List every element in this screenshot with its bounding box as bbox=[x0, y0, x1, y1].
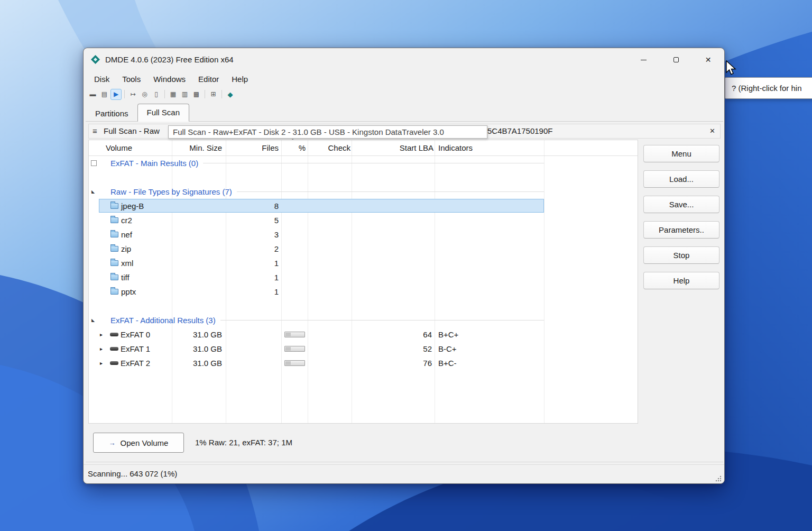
folder-icon bbox=[110, 274, 118, 280]
volume-row[interactable]: ▸ ExFAT 1 31.0 GB 52 B-C+ bbox=[89, 342, 638, 356]
indicators-value: B+C- bbox=[438, 356, 457, 370]
close-volume-icon[interactable]: ▬ bbox=[87, 89, 98, 100]
dmde-logo-icon[interactable]: ◆ bbox=[225, 89, 236, 100]
full-scan-icon[interactable]: ▶ bbox=[110, 89, 122, 100]
titlebar: DMDE 4.0.6 (2023) Free Edition x64 ✕ bbox=[84, 48, 724, 71]
open-volume-button[interactable]: → Open Volume bbox=[93, 433, 184, 453]
panel-tooltip-text: Full Scan - Raw+ExFAT - Disk 2 - 31.0 GB… bbox=[173, 127, 444, 136]
file-count: 8 bbox=[226, 199, 279, 213]
toolbar-separator bbox=[222, 90, 222, 98]
windows-cascade-icon[interactable]: ⊞ bbox=[208, 89, 219, 100]
hint-tooltip: ? (Right-click for hin bbox=[725, 77, 812, 99]
stop-button[interactable]: Stop bbox=[643, 246, 719, 264]
tab-full-scan[interactable]: Full Scan bbox=[137, 104, 190, 122]
col-start-lba[interactable]: Start LBA bbox=[353, 140, 433, 156]
volume-row[interactable]: ▸ ExFAT 0 31.0 GB 64 B+C+ bbox=[89, 327, 638, 342]
start-lba-value: 76 bbox=[380, 356, 432, 370]
col-min-size[interactable]: Min. Size bbox=[172, 140, 222, 156]
menu-windows[interactable]: Windows bbox=[147, 71, 192, 87]
toolbar-separator bbox=[164, 90, 165, 98]
file-type-row[interactable]: tiff 1 bbox=[89, 270, 638, 285]
panel-title-tooltip: Full Scan - Raw+ExFAT - Disk 2 - 31.0 GB… bbox=[168, 125, 487, 139]
panel-title-tail: 5C4B7A1750190F bbox=[487, 124, 552, 138]
check-progressbar bbox=[284, 360, 305, 366]
group-label[interactable]: ExFAT - Additional Results (3) bbox=[110, 313, 216, 327]
volume-name: ExFAT 2 bbox=[121, 356, 150, 370]
file-type-row[interactable]: pptx 1 bbox=[89, 285, 638, 299]
file-type-row[interactable]: xml 1 bbox=[89, 256, 638, 270]
indicators-value: B-C+ bbox=[438, 342, 457, 356]
folder-icon bbox=[110, 260, 118, 266]
maximize-icon bbox=[673, 57, 679, 62]
volume-row[interactable]: ▸ ExFAT 2 31.0 GB 76 B+C- bbox=[89, 356, 638, 370]
goto-offset-icon[interactable]: ↦ bbox=[127, 89, 139, 100]
expand-icon[interactable]: ▸ bbox=[100, 342, 103, 356]
close-icon: ✕ bbox=[705, 56, 712, 64]
group-divider bbox=[237, 191, 544, 192]
partitions-view-icon[interactable]: ▦ bbox=[168, 89, 179, 100]
tab-partitions[interactable]: Partitions bbox=[86, 106, 137, 121]
folder-icon bbox=[110, 203, 118, 209]
file-type-row[interactable]: nef 3 bbox=[89, 227, 638, 242]
selection-highlight bbox=[99, 199, 544, 213]
save-button[interactable]: Save... bbox=[643, 196, 719, 213]
desktop: ? (Right-click for hin DMDE 4.0.6 (2023)… bbox=[0, 0, 812, 531]
toolbar-separator bbox=[124, 90, 125, 98]
file-type-name: xml bbox=[121, 256, 133, 270]
col-check[interactable]: Check bbox=[308, 140, 350, 156]
panel-menu-icon[interactable]: ≡ bbox=[93, 124, 97, 138]
start-lba-value: 52 bbox=[380, 342, 432, 356]
group-row-raw-signatures[interactable]: ◣ Raw - File Types by Signatures (7) bbox=[89, 185, 544, 199]
parameters-button[interactable]: Parameters.. bbox=[643, 221, 719, 239]
hex-editor-icon[interactable]: ▩ bbox=[191, 89, 202, 100]
menu-tools[interactable]: Tools bbox=[116, 71, 147, 87]
col-indicators[interactable]: Indicators bbox=[438, 140, 473, 156]
folder-icon bbox=[110, 217, 118, 223]
close-button[interactable]: ✕ bbox=[692, 48, 724, 71]
expand-icon[interactable]: ▸ bbox=[100, 356, 103, 370]
group-label[interactable]: ExFAT - Main Results (0) bbox=[110, 156, 198, 170]
folder-icon bbox=[110, 289, 118, 295]
status-text: Scanning... 643 072 (1%) bbox=[88, 465, 177, 483]
collapse-icon[interactable]: ◣ bbox=[91, 313, 95, 327]
search-icon[interactable]: ◎ bbox=[139, 89, 150, 100]
device-list-icon[interactable]: ▤ bbox=[99, 89, 110, 100]
col-percent[interactable]: % bbox=[281, 140, 306, 156]
file-type-row[interactable]: cr2 5 bbox=[89, 213, 638, 227]
start-lba-value: 64 bbox=[380, 327, 432, 342]
load-button[interactable]: Load... bbox=[643, 170, 719, 188]
group-row-main-results[interactable]: ExFAT - Main Results (0) bbox=[89, 156, 544, 170]
panel-header: ≡ Full Scan - Raw 5C4B7A1750190F Full Sc… bbox=[88, 124, 721, 139]
open-volume-arrow-icon: → bbox=[109, 439, 116, 447]
file-type-row[interactable]: zip 2 bbox=[89, 242, 638, 256]
col-volume[interactable]: Volume bbox=[106, 140, 132, 156]
file-type-name: zip bbox=[121, 242, 131, 256]
menu-button[interactable]: Menu bbox=[643, 145, 719, 162]
file-count: 1 bbox=[226, 285, 279, 299]
collapse-icon[interactable]: ◣ bbox=[91, 185, 95, 199]
file-type-row[interactable]: jpeg-B 8 bbox=[89, 199, 638, 213]
file-type-name: pptx bbox=[121, 285, 136, 299]
menu-editor[interactable]: Editor bbox=[192, 71, 225, 87]
dmde-app-icon bbox=[91, 55, 100, 64]
maximize-button[interactable] bbox=[660, 48, 692, 71]
open-volume-label: Open Volume bbox=[121, 438, 169, 447]
checkbox[interactable] bbox=[91, 160, 97, 166]
col-files[interactable]: Files bbox=[226, 140, 279, 156]
panel-title: Full Scan - Raw bbox=[104, 124, 160, 138]
group-row-additional-results[interactable]: ◣ ExFAT - Additional Results (3) bbox=[89, 313, 544, 327]
file-count: 3 bbox=[226, 227, 279, 242]
resize-grip[interactable] bbox=[715, 475, 722, 482]
folder-icon bbox=[110, 246, 118, 252]
menu-help[interactable]: Help bbox=[225, 71, 254, 87]
help-button[interactable]: Help bbox=[643, 272, 719, 289]
minimize-button[interactable] bbox=[628, 48, 660, 71]
menu-disk[interactable]: Disk bbox=[88, 71, 116, 87]
panel-close-icon[interactable]: ✕ bbox=[709, 124, 715, 138]
expand-icon[interactable]: ▸ bbox=[100, 327, 103, 342]
file-count: 1 bbox=[226, 270, 279, 285]
window-controls: ✕ bbox=[628, 48, 724, 71]
files-view-icon[interactable]: ▥ bbox=[179, 89, 190, 100]
clipboard-icon[interactable]: ▯ bbox=[151, 89, 162, 100]
group-label[interactable]: Raw - File Types by Signatures (7) bbox=[110, 185, 232, 199]
